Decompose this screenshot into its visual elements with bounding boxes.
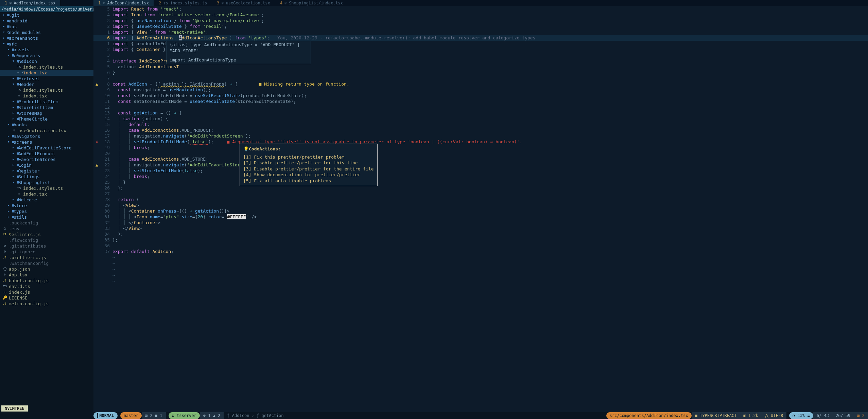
cursor-line: 6import { AddIconActions, AddIconActions… xyxy=(93,35,868,41)
tree-item-label: babel.config.js xyxy=(9,278,49,284)
tree-item[interactable]: ▸ ■screenshots xyxy=(0,35,93,41)
tree-item-label: ProductListItem xyxy=(18,99,58,105)
tree-item-label: StoreListItem xyxy=(18,105,53,111)
filetype-icon: ⚛ xyxy=(284,0,287,6)
filetype-icon: ⚛ xyxy=(103,0,105,6)
tree-item[interactable]: ⚛ ✗index.tsx xyxy=(0,70,93,76)
file-icon: ᴊs xyxy=(3,278,7,283)
tree-item-label: index.styles.ts xyxy=(23,87,63,93)
tree-item[interactable]: ▸ ■.git xyxy=(0,12,93,18)
editor-tab[interactable]: 4⚛ShoppingList/index.tsx xyxy=(275,0,348,6)
tree-item-label: index.tsx xyxy=(23,191,47,197)
tree-item[interactable]: ᴊsmetro.config.js xyxy=(0,301,93,307)
code-actions-title: 💡💡CodeActions:CodeActions: xyxy=(243,146,374,152)
tree-item[interactable]: ▾ ■hooks xyxy=(0,122,93,128)
tree-item-label: navigators xyxy=(14,133,40,140)
tree-item[interactable]: ▾ ■Header xyxy=(0,81,93,87)
tree-item[interactable]: ▸ ■navigators xyxy=(0,133,93,139)
tree-item[interactable]: ▸ ■android xyxy=(0,18,93,24)
tree-item[interactable]: ᴛsindex.styles.ts xyxy=(0,185,93,191)
tree-item[interactable]: ▸ ■Login xyxy=(0,162,93,168)
tree-item-label: .watchmanconfig xyxy=(9,260,49,267)
tree-item[interactable]: ▸ ■store xyxy=(0,203,93,208)
file-icon: ⚙ xyxy=(3,243,7,249)
tree-item[interactable]: ▸ ■types xyxy=(0,208,93,214)
tree-item-label: android xyxy=(9,18,28,24)
tree-item[interactable]: ▾ ○node_modules xyxy=(0,30,93,35)
folder-icon: ▸ ■ xyxy=(12,145,16,150)
tree-item-label: Header xyxy=(18,81,34,88)
tree-item[interactable]: 🔑LICENSE xyxy=(0,295,93,301)
folder-icon: ▸ ■ xyxy=(12,111,16,116)
tree-item[interactable]: ▸ ■StoreListItem xyxy=(0,105,93,110)
tree-item[interactable]: ᴊsbabel.config.js xyxy=(0,278,93,284)
tree-item[interactable]: ▸ ■assets xyxy=(0,47,93,53)
tree-item[interactable]: ▾ ■ ✗src xyxy=(0,41,93,47)
file-icon: ᴛs xyxy=(17,65,21,70)
tree-item[interactable]: ○.env xyxy=(0,226,93,232)
react-icon: ⚛ xyxy=(9,0,12,6)
code-action-item[interactable]: [4] Show documentation for prettier/pret… xyxy=(243,172,374,178)
status-pos-1: 6/ 43 xyxy=(813,412,832,419)
tree-item[interactable]: ▸ ■AddEditFavoriteStore xyxy=(0,145,93,151)
file-icon: {} xyxy=(3,267,7,272)
tree-item[interactable]: ▸ ■Fieldset xyxy=(0,76,93,81)
tree-item[interactable]: {}app.json xyxy=(0,266,93,272)
editor-tab[interactable]: 3⚛useGeolocation.tsx xyxy=(212,0,275,6)
tree-item[interactable]: ▸ ■ProductListItem xyxy=(0,99,93,105)
status-percent: ◔ 13% ≡ xyxy=(789,412,813,419)
tree-item[interactable]: ᴊsindex.js xyxy=(0,289,93,295)
tree-item[interactable]: .buckconfig xyxy=(0,220,93,226)
tree-item[interactable]: ᴛsindex.styles.ts xyxy=(0,87,93,93)
tree-item-label: ThemeCircle xyxy=(18,116,48,122)
tree-item[interactable]: ▾ ■ShoppingList xyxy=(0,180,93,185)
tree-item[interactable]: ▸ ■StoresMap xyxy=(0,110,93,116)
tree-item-label: .git xyxy=(9,12,19,18)
folder-icon: ▸ ■ xyxy=(7,134,12,139)
folder-icon: ▸ ■ xyxy=(7,215,12,220)
tree-item[interactable]: .watchmanconfig xyxy=(0,260,93,266)
tree-item-label: env.d.ts xyxy=(9,284,30,290)
tree-item[interactable]: ᴊs.prettierrc.js xyxy=(0,255,93,260)
folder-icon: ▸ ■ xyxy=(3,24,7,29)
tree-item[interactable]: ⚙.gitignore xyxy=(0,249,93,255)
tree-tab[interactable]: 1 ⚛ AddIcon/index.tsx xyxy=(0,0,60,6)
editor-tab[interactable]: 1⚛AddIcon/index.tsx xyxy=(93,0,154,6)
tree-item[interactable]: ▾ ■screens xyxy=(0,139,93,145)
code-action-item[interactable]: [5] Fix all auto-fixable problems xyxy=(243,178,374,184)
tree-item[interactable]: ⚛index.tsx xyxy=(0,93,93,99)
folder-icon: ▾ ■ ✗ xyxy=(12,59,16,64)
tree-item[interactable]: ⚛useGeolocation.tsx xyxy=(0,128,93,133)
tree-item[interactable]: ▾ ■ ✗AddIcon xyxy=(0,58,93,64)
tree-item[interactable]: ⚛App.tsx xyxy=(0,272,93,278)
code-action-item[interactable]: [1] Fix this prettier/prettier problem xyxy=(243,154,374,160)
tree-item-label: app.json xyxy=(9,266,30,272)
tree-item[interactable]: ▸ ■ios xyxy=(0,24,93,30)
tree-item[interactable]: ▸ ■Welcome xyxy=(0,197,93,203)
editor-tab[interactable]: 2ᴛsindex.styles.ts xyxy=(154,0,212,6)
tree-item[interactable]: ▸ ■AddEditProduct xyxy=(0,151,93,157)
tree-item[interactable]: ᴛsindex.styles.ts xyxy=(0,64,93,70)
tree-item[interactable]: ▸ ■Register xyxy=(0,168,93,174)
folder-icon: ▸ ■ xyxy=(7,47,12,52)
tab-title: AddIcon/index.tsx xyxy=(107,0,149,6)
lsp-diagnostics: ⊘ 1 ▲ 2 xyxy=(200,412,224,419)
code-action-item[interactable]: [3] Disable prettier/prettier for the en… xyxy=(243,166,374,172)
folder-icon: ▸ ■ xyxy=(12,99,16,104)
code-action-item[interactable]: [2] Disable prettier/prettier for this l… xyxy=(243,160,374,166)
tree-item[interactable]: ▸ ■utils xyxy=(0,214,93,220)
tree-item[interactable]: ▸ ■FavoriteStores xyxy=(0,157,93,162)
tree-item-label: components xyxy=(14,53,40,59)
tree-item[interactable]: ⚙.gitattributes xyxy=(0,243,93,249)
tree-item[interactable]: ▸ ■Settings xyxy=(0,174,93,180)
tree-item[interactable]: ⚛index.tsx xyxy=(0,191,93,197)
tree-item[interactable]: ᴛsenv.d.ts xyxy=(0,284,93,289)
code-actions-popup[interactable]: 💡💡CodeActions:CodeActions: [1] Fix this … xyxy=(240,144,378,186)
code-area[interactable]: 5import React from 'react'; 4import Icon… xyxy=(93,6,868,412)
tree-item[interactable]: ▸ ■ThemeCircle xyxy=(0,116,93,122)
file-icon: ⚛ xyxy=(17,93,21,98)
tree-item[interactable]: ᴊs ✗.eslintrc.js xyxy=(0,232,93,237)
tree-item[interactable]: .flowconfig xyxy=(0,237,93,243)
tree-item[interactable]: ▾ ■ ✗components xyxy=(0,53,93,58)
tree-root-path: /media/Windows/Ecosse/Projects/univers xyxy=(0,6,93,12)
